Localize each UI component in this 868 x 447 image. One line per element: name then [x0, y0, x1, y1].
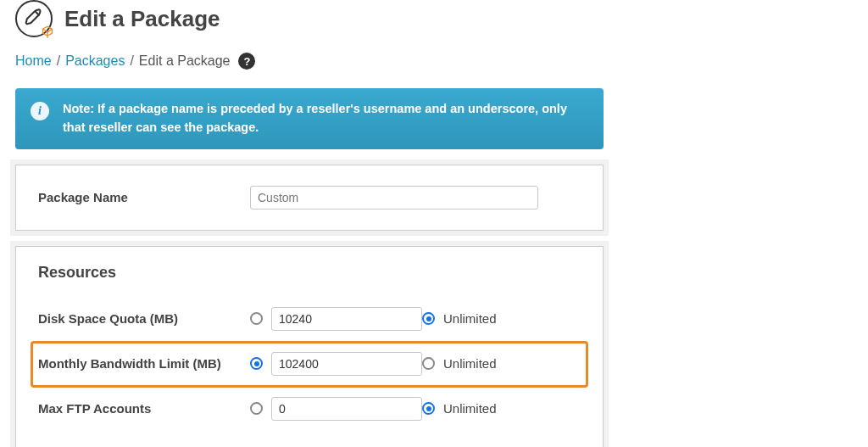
breadcrumb: Home / Packages / Edit a Package ?: [15, 53, 853, 70]
resource-value-input[interactable]: [271, 352, 422, 376]
help-icon[interactable]: ?: [238, 53, 255, 70]
resource-value-input[interactable]: [271, 397, 422, 421]
info-icon: i: [31, 102, 49, 120]
resources-panel: Resources Disk Space Quota (MB)Unlimited…: [15, 246, 604, 448]
resource-value-input[interactable]: [271, 307, 422, 331]
resource-unlimited-radio[interactable]: [422, 357, 435, 370]
resource-unlimited-radio[interactable]: [422, 402, 435, 415]
resource-unlimited-radio[interactable]: [422, 312, 435, 325]
notice-text: Note: If a package name is preceded by a…: [63, 100, 588, 137]
package-name-label: Package Name: [38, 189, 250, 206]
notice-bar: i Note: If a package name is preceded by…: [15, 88, 604, 149]
resource-row: Max FTP AccountsUnlimited: [38, 387, 581, 431]
resource-unlimited-label: Unlimited: [443, 401, 497, 416]
breadcrumb-packages[interactable]: Packages: [65, 53, 125, 69]
resource-value-radio[interactable]: [250, 402, 263, 415]
resource-label: Disk Space Quota (MB): [38, 310, 250, 327]
resource-value-radio[interactable]: [250, 357, 263, 370]
resource-label: Monthly Bandwidth Limit (MB): [38, 355, 250, 372]
resource-value-radio[interactable]: [250, 312, 263, 325]
resources-title: Resources: [38, 264, 581, 282]
package-name-input[interactable]: [250, 186, 538, 210]
resource-unlimited-label: Unlimited: [443, 356, 497, 371]
breadcrumb-home[interactable]: Home: [15, 53, 52, 69]
resource-label: Max FTP Accounts: [38, 400, 250, 417]
package-name-panel: Package Name: [15, 165, 604, 231]
package-header-icon: [15, 0, 53, 37]
resource-row: Disk Space Quota (MB)Unlimited: [38, 297, 581, 342]
page-title: Edit a Package: [64, 6, 220, 32]
resource-row: Monthly Bandwidth Limit (MB)Unlimited: [31, 342, 587, 387]
resource-unlimited-label: Unlimited: [443, 311, 497, 326]
breadcrumb-current: Edit a Package: [139, 53, 231, 69]
